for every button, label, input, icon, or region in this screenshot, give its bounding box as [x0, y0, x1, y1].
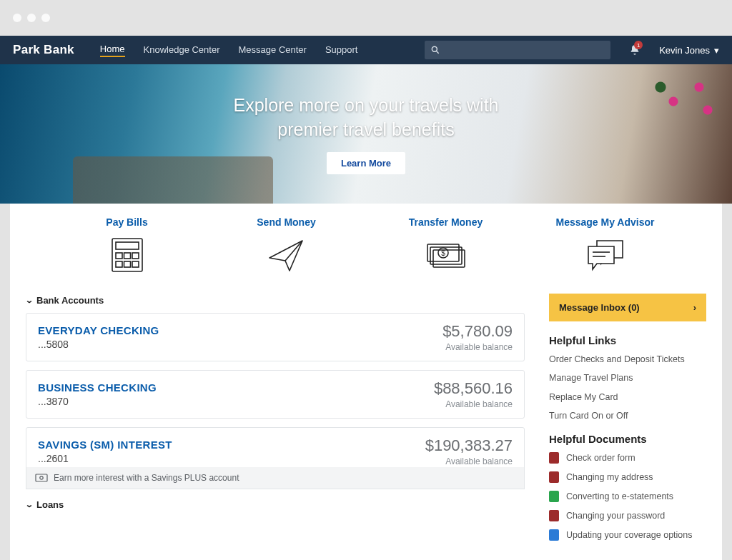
chevron-down-icon: ▾	[714, 45, 719, 56]
doc-change-address[interactable]: Changing my address	[549, 471, 706, 483]
svg-rect-3	[116, 242, 139, 249]
qa-label: Send Money	[257, 216, 315, 228]
pdf-icon	[549, 471, 559, 483]
paper-plane-icon	[264, 235, 310, 275]
account-mask: ...3870	[38, 396, 157, 407]
account-balance: $88,560.16	[434, 379, 513, 398]
svg-point-0	[432, 46, 437, 51]
notification-badge: 1	[634, 41, 643, 49]
doc-label: Changing your password	[566, 511, 665, 521]
doc-label: Converting to e-statements	[566, 491, 673, 501]
calculator-icon	[104, 235, 150, 275]
section-bank-accounts[interactable]: ⌄ Bank Accounts	[26, 295, 525, 306]
svg-rect-9	[132, 261, 139, 267]
quick-action-transfer-money[interactable]: Transfer Money $	[382, 216, 510, 275]
section-title: Bank Accounts	[36, 295, 104, 306]
window-controls[interactable]	[13, 14, 50, 22]
brand-logo: Park Bank	[13, 43, 74, 57]
svg-text:$: $	[441, 249, 445, 257]
doc-label: Check order form	[566, 453, 635, 463]
account-mask: ...2601	[38, 453, 172, 464]
hero-headline: Explore more on your travels with premie…	[234, 94, 499, 142]
quick-action-send-money[interactable]: Send Money	[222, 216, 351, 275]
window-control-dot[interactable]	[27, 14, 36, 22]
hero-line1: Explore more on your travels with	[234, 95, 499, 115]
message-inbox-button[interactable]: Message Inbox (0) ›	[549, 294, 706, 321]
account-mask: ...5808	[38, 339, 159, 350]
quick-actions: Pay Bills Send Money	[26, 215, 706, 294]
notifications-bell[interactable]: 1	[629, 44, 640, 56]
doc-change-password[interactable]: Changing your password	[549, 510, 706, 521]
account-balance: $5,780.09	[442, 322, 513, 341]
account-balance-label: Available balance	[425, 456, 513, 466]
chat-bubbles-icon	[583, 235, 628, 275]
svg-rect-17	[36, 474, 47, 481]
quick-action-pay-bills[interactable]: Pay Bills	[63, 216, 192, 275]
promo-icon	[35, 474, 48, 482]
section-loans[interactable]: ⌄ Loans	[26, 499, 525, 510]
helpful-docs-heading: Helpful Documents	[549, 433, 706, 445]
doc-icon	[549, 529, 559, 541]
quick-action-message-advisor[interactable]: Message My Advisor	[541, 216, 670, 275]
section-title: Loans	[36, 499, 64, 510]
link-card-on-off[interactable]: Turn Card On or Off	[549, 410, 706, 421]
account-card-business-checking[interactable]: BUSINESS CHECKING ...3870 $88,560.16 Ava…	[26, 370, 525, 419]
account-card-everyday-checking[interactable]: EVERYDAY CHECKING ...5808 $5,780.09 Avai…	[26, 313, 525, 361]
link-order-checks[interactable]: Order Checks and Deposit Tickets	[549, 354, 706, 365]
doc-label: Changing my address	[566, 472, 653, 482]
window-title-bar	[0, 0, 732, 36]
chevron-right-icon: ›	[693, 302, 696, 313]
link-replace-card[interactable]: Replace My Card	[549, 391, 706, 403]
nav-support[interactable]: Support	[325, 44, 358, 56]
savings-promo[interactable]: Earn more interest with a Savings PLUS a…	[26, 467, 525, 489]
cash-transfer-icon: $	[423, 235, 469, 275]
qa-label: Message My Advisor	[556, 216, 655, 228]
svg-rect-5	[124, 253, 130, 259]
doc-coverage-options[interactable]: Updating your coverage options	[549, 529, 706, 541]
svg-rect-7	[116, 261, 122, 267]
qa-label: Pay Bills	[106, 216, 147, 228]
link-travel-plans[interactable]: Manage Travel Plans	[549, 372, 706, 384]
chevron-down-icon: ⌄	[25, 296, 34, 305]
account-name: SAVINGS (SM) INTEREST	[38, 439, 172, 451]
promo-text: Earn more interest with a Savings PLUS a…	[54, 473, 239, 483]
svg-line-1	[437, 51, 439, 53]
nav-knowledge-center[interactable]: Knowledge Center	[144, 44, 220, 56]
pdf-icon	[549, 452, 559, 464]
search-input[interactable]	[425, 41, 610, 59]
doc-label: Updating your coverage options	[566, 530, 693, 540]
account-balance-label: Available balance	[434, 399, 513, 409]
window-control-dot[interactable]	[41, 14, 50, 22]
qa-label: Transfer Money	[409, 216, 483, 228]
helpful-links-heading: Helpful Links	[549, 334, 706, 346]
inbox-label: Message Inbox (0)	[559, 302, 640, 313]
doc-estatements[interactable]: Converting to e-statements	[549, 491, 706, 502]
svg-rect-6	[132, 253, 139, 259]
account-balance: $190,383.27	[425, 436, 513, 455]
hero-line2: premier travel benefits	[234, 118, 499, 142]
svg-rect-2	[112, 239, 142, 271]
hero-banner: Explore more on your travels with premie…	[0, 64, 732, 204]
nav-message-center[interactable]: Message Center	[239, 44, 307, 56]
doc-icon	[549, 491, 559, 502]
pdf-icon	[549, 510, 559, 521]
account-name: BUSINESS CHECKING	[38, 381, 157, 394]
chevron-down-icon: ⌄	[25, 500, 34, 509]
svg-rect-4	[116, 253, 122, 259]
learn-more-button[interactable]: Learn More	[327, 152, 405, 174]
svg-point-18	[40, 476, 43, 479]
top-nav: Park Bank Home Knowledge Center Message …	[0, 36, 732, 64]
svg-rect-8	[124, 261, 130, 267]
search-icon	[430, 45, 440, 55]
doc-check-order[interactable]: Check order form	[549, 452, 706, 464]
window-control-dot[interactable]	[13, 14, 21, 22]
user-name: Kevin Jones	[659, 45, 710, 56]
account-name: EVERYDAY CHECKING	[38, 324, 159, 336]
user-menu[interactable]: Kevin Jones ▾	[659, 45, 719, 56]
nav-home[interactable]: Home	[100, 44, 125, 57]
account-balance-label: Available balance	[442, 342, 513, 352]
